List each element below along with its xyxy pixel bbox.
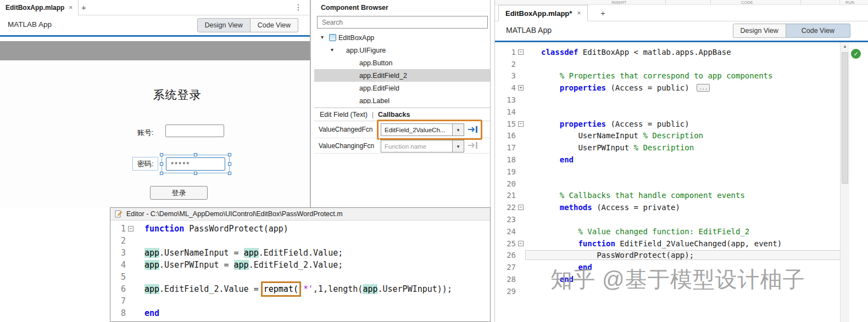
editor-title-bar[interactable]: Editor - C:\Demo\ML_AppDemo\UIControl\Ed…	[110, 208, 490, 221]
search-input[interactable]	[317, 16, 488, 29]
passwordprotect-code: 1−function PassWordProtect(app)23app.Use…	[110, 223, 490, 319]
tree-item-label: app.EditField_2	[314, 72, 407, 80]
selection-handle[interactable]	[160, 162, 163, 166]
tab-callbacks[interactable]: Callbacks	[378, 111, 410, 118]
app-title: MATLAB App	[8, 20, 52, 29]
tree-item-app-editfield[interactable]: app.EditField	[314, 82, 490, 94]
line-number: 4	[495, 83, 516, 92]
code-line-24[interactable]: 24 % Value changed function: EditField_2	[495, 225, 840, 238]
scrollbar-thumb[interactable]	[842, 52, 848, 184]
tree-item-app-editfield-2[interactable]: app.EditField_2	[314, 69, 490, 82]
design-view-button[interactable]: Design View	[197, 18, 251, 32]
tree-item-app-label[interactable]: app.Label	[314, 94, 490, 104]
line-number: 2	[110, 236, 126, 246]
fold-expand-icon[interactable]: +	[518, 85, 524, 91]
code-text: PassWordProtect(app);	[526, 251, 840, 259]
selection-handle[interactable]	[228, 153, 231, 156]
code-line-27[interactable]: 27 end	[495, 261, 840, 273]
line-number: 3	[110, 248, 126, 258]
design-heading-label[interactable]: 系统登录	[126, 87, 228, 103]
design-account-editfield[interactable]	[165, 125, 224, 137]
fold-collapse-icon[interactable]: −	[518, 121, 524, 127]
new-tab-icon[interactable]: +	[600, 8, 605, 18]
code-line-29[interactable]: 29	[495, 285, 840, 297]
code-line-22[interactable]: 22− methods (Access = private)	[495, 201, 840, 213]
code-line-5[interactable]: 5	[110, 271, 490, 283]
goto-callback-icon[interactable]	[468, 125, 478, 134]
code-view-button[interactable]: Code View	[251, 18, 298, 32]
new-tab-icon[interactable]: +	[81, 3, 86, 12]
fold-gutter: −	[516, 121, 526, 127]
selection-handle[interactable]	[228, 172, 231, 175]
tree-expander-icon[interactable]: ▾	[331, 47, 333, 53]
code-text: classdef EditBoxApp < matlab.apps.AppBas…	[526, 48, 840, 57]
code-line-4[interactable]: 4+ properties (Access = public) ...	[495, 82, 840, 94]
tree-item-app-button[interactable]: app.Button	[314, 57, 490, 69]
collapsed-code-icon[interactable]: ...	[697, 84, 710, 92]
fold-gutter: −	[516, 49, 526, 55]
code-line-2[interactable]: 2	[495, 58, 840, 70]
tree-item-app-uifigure[interactable]: ▾app.UIFigure	[314, 44, 490, 57]
code-line-2[interactable]: 2	[110, 235, 490, 247]
tree-item-editboxapp[interactable]: ▾EditBoxApp	[314, 31, 490, 44]
close-icon[interactable]: ×	[577, 9, 581, 17]
code-line-18[interactable]: 18 end	[495, 154, 840, 166]
selection-handle[interactable]	[194, 153, 197, 156]
scroll-up-icon[interactable]: ▲	[841, 42, 849, 50]
fold-collapse-icon[interactable]: −	[518, 241, 524, 246]
code-line-25[interactable]: 25− function EditField_2ValueChanged(app…	[495, 238, 840, 250]
design-canvas[interactable]: 系统登录 账号: 密码: ***** 登录	[0, 37, 310, 207]
design-login-button[interactable]: 登录	[150, 186, 208, 200]
valuechangedfcn-combo[interactable]: EditField_2ValueCh... ▾	[381, 123, 464, 136]
valuechangingfcn-combo[interactable]: Function name ▾	[381, 140, 464, 152]
design-view-button[interactable]: Design View	[733, 24, 786, 38]
design-password-editfield[interactable]: *****	[166, 157, 225, 171]
fold-collapse-icon[interactable]: −	[518, 205, 524, 210]
editor-code-area[interactable]: 1−function PassWordProtect(app)23app.Use…	[110, 221, 490, 321]
selection-handle[interactable]	[160, 153, 163, 156]
code-line-21[interactable]: 21 % Callbacks that handle component eve…	[495, 190, 840, 202]
tab-menu-icon[interactable]: ⋮	[294, 3, 302, 12]
code-line-1[interactable]: 1−function PassWordProtect(app)	[110, 223, 490, 235]
code-line-17[interactable]: 17 UserPWInput % Description	[495, 142, 840, 154]
code-line-15[interactable]: 15− properties (Access = public)	[495, 118, 840, 130]
selection-handle[interactable]	[194, 172, 197, 175]
chevron-down-icon[interactable]: ▾	[452, 140, 464, 152]
code-line-26[interactable]: 26 PassWordProtect(app);	[495, 250, 840, 262]
line-number: 20	[495, 179, 516, 188]
code-line-3[interactable]: 3 % Properties that correspond to app co…	[495, 70, 840, 82]
code-line-4[interactable]: 4app.UserPWInput = app.EditField_2.Value…	[110, 259, 490, 271]
selection-handle[interactable]	[160, 172, 163, 175]
classdef-code-area[interactable]: 1−classdef EditBoxApp < matlab.apps.AppB…	[495, 42, 840, 322]
fold-collapse-icon[interactable]: −	[518, 49, 524, 55]
chevron-down-icon[interactable]: ▾	[452, 124, 464, 135]
code-line-14[interactable]: 14	[495, 106, 840, 118]
code-line-1[interactable]: 1−classdef EditBoxApp < matlab.apps.AppB…	[495, 46, 840, 58]
code-analyzer-ok-icon[interactable]: ✓	[851, 49, 861, 59]
code-line-23[interactable]: 23	[495, 213, 840, 225]
ribbon-divider	[710, 0, 711, 5]
code-line-7[interactable]: 7	[110, 295, 490, 307]
app-icon	[329, 34, 336, 41]
tree-expander-icon[interactable]: ▾	[321, 34, 324, 40]
code-line-3[interactable]: 3app.UserNameInput = app.EditField.Value…	[110, 247, 490, 259]
design-password-label[interactable]: 密码:	[132, 157, 158, 171]
code-line-28[interactable]: 28 end	[495, 273, 840, 285]
code-line-20[interactable]: 20	[495, 178, 840, 190]
code-line-6[interactable]: 6app.EditField_2.Value = repmat('*',1,le…	[110, 283, 490, 295]
code-line-13[interactable]: 13	[495, 94, 840, 106]
design-account-label[interactable]: 账号:	[137, 128, 154, 138]
code-line-19[interactable]: 19	[495, 166, 840, 178]
tab-edit-field-text[interactable]: Edit Field (Text)	[320, 111, 368, 118]
close-icon[interactable]: ×	[69, 4, 73, 12]
right-tab-bar: EditBoxApp.mlapp* × +	[495, 5, 868, 21]
code-line-16[interactable]: 16 UserNameInput % Description	[495, 130, 840, 142]
fold-collapse-icon[interactable]: −	[128, 226, 133, 231]
tab-editboxapp-mlapp-modified[interactable]: EditBoxApp.mlapp* ×	[498, 5, 588, 21]
code-view-button[interactable]: Code View	[786, 24, 850, 38]
vertical-scrollbar[interactable]: ▲	[840, 42, 849, 322]
code-line-8[interactable]: 8end	[110, 307, 490, 319]
selection-handle[interactable]	[228, 162, 231, 166]
code-text: % Value changed function: EditField_2	[526, 227, 840, 236]
tab-editboxapp-mlapp[interactable]: EditBoxApp.mlapp ×	[0, 0, 79, 15]
